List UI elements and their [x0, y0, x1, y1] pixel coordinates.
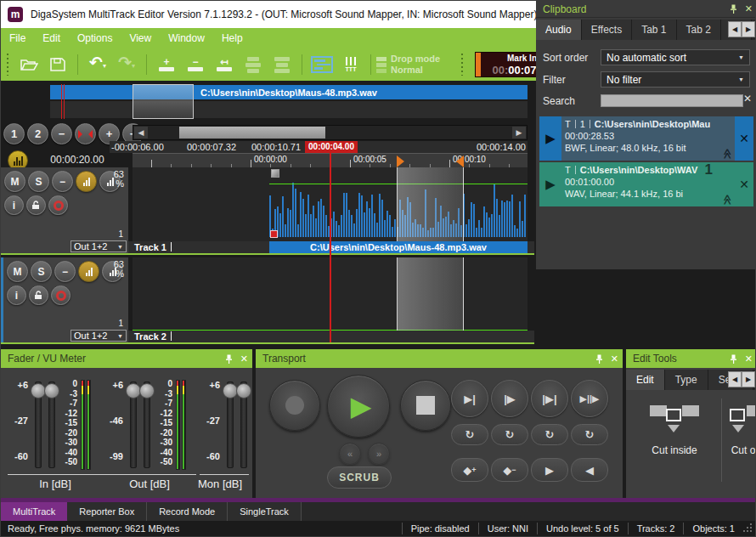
insert-track-button[interactable]: ↤	[210, 52, 239, 77]
open-file-button[interactable]	[14, 52, 43, 77]
stop-button[interactable]	[400, 380, 451, 431]
pin-icon[interactable]	[225, 354, 233, 364]
overview-playhead[interactable]	[61, 84, 65, 119]
text-view-button[interactable]: TTT	[336, 52, 365, 77]
play-around-button[interactable]: ▶||▶	[571, 380, 608, 417]
scrub-button[interactable]: SCRUB	[327, 466, 392, 489]
tab-singletrack[interactable]: SingleTrack	[228, 502, 302, 521]
track1-solo-button[interactable]: S	[28, 171, 49, 192]
sort-order-select[interactable]: No automatic sort ▼	[601, 49, 750, 65]
loop-3-button[interactable]: ↻	[531, 424, 568, 445]
tab-edit[interactable]: Edit	[626, 370, 665, 390]
tab-tab2[interactable]: Tab 2	[677, 20, 721, 40]
mark-out-flag[interactable]	[456, 155, 464, 167]
track1-name[interactable]: Track 1	[134, 242, 166, 252]
save-button[interactable]	[43, 52, 72, 77]
add-track-button[interactable]: +	[152, 52, 181, 77]
overview-track2-row[interactable]	[50, 101, 528, 118]
menu-view[interactable]: View	[121, 32, 160, 44]
track1-mute-button[interactable]: M	[4, 171, 25, 192]
tab-scroll-right[interactable]: ▶	[742, 21, 755, 37]
remove-track-button[interactable]: −	[181, 52, 210, 77]
overview-view-window[interactable]	[133, 84, 194, 119]
track2-name[interactable]: Track 2	[134, 331, 166, 342]
zoom-selection-button[interactable]	[75, 123, 96, 144]
tab-tab1[interactable]: Tab 1	[632, 20, 676, 40]
menu-file[interactable]: File	[1, 32, 34, 44]
next-marker-button[interactable]: ▶	[531, 458, 568, 482]
pin-icon[interactable]	[730, 354, 737, 364]
timeline-scrollbar[interactable]: ◀ ▶	[133, 125, 528, 140]
pin-icon[interactable]	[730, 4, 737, 14]
fader-mon-right-knob[interactable]	[236, 383, 251, 399]
play-button[interactable]: ▶	[327, 375, 390, 438]
mark-in-flag[interactable]	[397, 155, 404, 167]
track1-collapse-button[interactable]: −	[52, 171, 73, 192]
track2-record-button[interactable]	[51, 285, 71, 305]
tab-effects[interactable]: Effects	[582, 20, 632, 40]
track2-collapse-button[interactable]: −	[54, 261, 76, 282]
track2-waveform-button[interactable]	[78, 261, 99, 282]
track1-info-button[interactable]: i	[4, 195, 24, 215]
play-selection-button[interactable]: |▶|	[531, 380, 568, 417]
zoom-preset-1-button[interactable]: 1	[3, 123, 25, 144]
scrollbar-thumb[interactable]	[179, 127, 325, 138]
menu-edit[interactable]: Edit	[34, 32, 69, 44]
remove-item-button[interactable]: ✕	[735, 116, 753, 161]
toolbar-grip[interactable]	[460, 54, 465, 76]
toolbar-grip[interactable]	[5, 54, 10, 76]
tab-multitrack[interactable]: MultiTrack	[1, 502, 67, 521]
track1-lock-button[interactable]	[26, 195, 46, 215]
play-to-mark-button[interactable]: ▶|	[451, 380, 488, 417]
collapse-chevron-icon[interactable]: ≫	[722, 149, 734, 160]
redo-button[interactable]: ↷▾	[112, 52, 141, 77]
track1-output-select[interactable]: Out 1+2 ▼	[71, 240, 127, 252]
remove-marker-button[interactable]: ◆−	[491, 458, 528, 482]
tab-type[interactable]: Type	[665, 370, 708, 390]
cut-inside-tool[interactable]	[650, 402, 699, 432]
track2-output-select[interactable]: Out 1+2 ▼	[71, 330, 127, 342]
record-button[interactable]	[269, 380, 320, 431]
close-icon[interactable]: ✕	[611, 353, 618, 364]
tab-scroll-left[interactable]: ◀	[728, 21, 742, 37]
object-gain-handle[interactable]	[271, 169, 279, 178]
forward-button[interactable]: »	[368, 443, 390, 465]
rewind-button[interactable]: «	[339, 443, 361, 465]
search-clear-icon[interactable]: ✕	[743, 93, 752, 105]
clipboard-item[interactable]: ▶ TC:\Users\nin\Desktop\WAV 00:01:00.00 …	[539, 162, 753, 206]
cut-outside-tool[interactable]	[730, 402, 756, 432]
track2-lock-button[interactable]	[29, 285, 48, 305]
timeline-playhead[interactable]	[330, 153, 331, 342]
menu-window[interactable]: Window	[160, 32, 213, 44]
play-from-mark-button[interactable]: |▶	[491, 380, 528, 417]
track1-object-title-bar[interactable]: C:\Users\nin\Desktop\Maus-48.mp3.wav	[269, 241, 528, 253]
expand-tracks-button[interactable]	[239, 52, 268, 77]
drop-mode-control[interactable]: Drop mode Normal	[376, 54, 440, 76]
filter-select[interactable]: No filter ▼	[601, 71, 750, 88]
object-view-button[interactable]	[307, 52, 336, 77]
search-input[interactable]	[601, 94, 743, 107]
play-button[interactable]: ▶	[539, 116, 561, 161]
selection-region-track2[interactable]	[397, 257, 464, 331]
tab-record-mode[interactable]: Record Mode	[147, 502, 228, 521]
close-icon[interactable]: ✕	[745, 353, 753, 364]
collapse-tracks-button[interactable]	[268, 52, 296, 77]
track2-solo-button[interactable]: S	[31, 261, 52, 282]
collapse-chevron-icon[interactable]: ≫	[722, 195, 734, 206]
fader-in-right-knob[interactable]	[44, 383, 59, 399]
scroll-left-arrow[interactable]: ◀	[134, 127, 148, 138]
track2-mute-button[interactable]: M	[7, 261, 28, 282]
close-icon[interactable]: ✕	[745, 3, 753, 14]
track1-waveform-button[interactable]	[76, 171, 97, 192]
zoom-preset-2-button[interactable]: 2	[27, 123, 48, 144]
overview-file-bar[interactable]: C:\Users\nin\Desktop\Maus-48.mp3.wav	[50, 85, 528, 99]
add-marker-button[interactable]: ◆+	[451, 458, 488, 482]
fader-out-right-knob[interactable]	[139, 383, 155, 399]
close-icon[interactable]: ✕	[240, 353, 248, 364]
tab-reporter-box[interactable]: Reporter Box	[67, 502, 147, 521]
loop-2-button[interactable]: ↻	[491, 424, 528, 445]
resize-grip[interactable]	[750, 530, 752, 532]
tab-scroll-left[interactable]: ◀	[728, 371, 742, 387]
pin-icon[interactable]	[595, 354, 603, 364]
object-fade-handle[interactable]	[270, 230, 278, 238]
